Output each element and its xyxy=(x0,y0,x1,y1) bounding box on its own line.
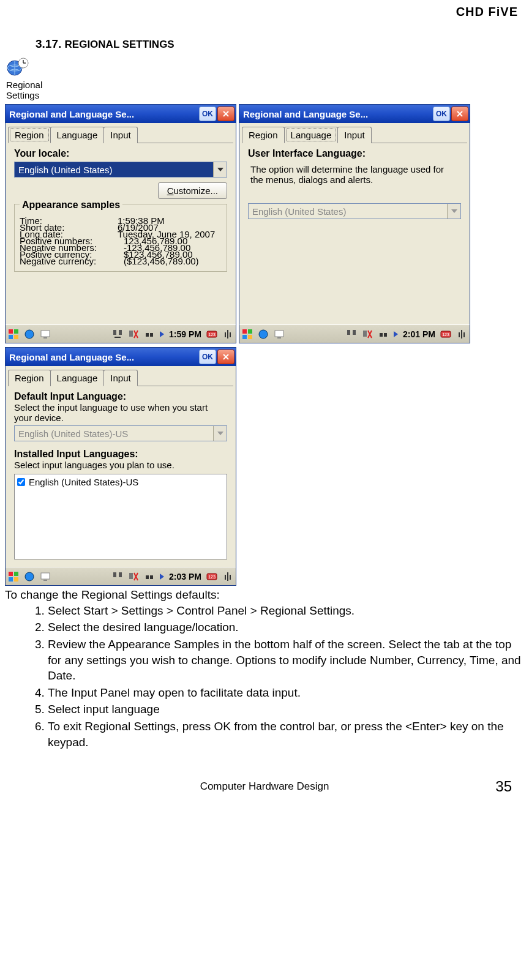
language-item-label: English (United States)-US xyxy=(29,477,138,487)
chevron-down-icon xyxy=(213,426,227,441)
close-button[interactable] xyxy=(217,107,234,121)
window-input: Regional and Language Se... OK Region La… xyxy=(5,347,236,586)
instruction-item: Select the desired language/location. xyxy=(48,619,524,635)
svg-rect-38 xyxy=(113,572,116,577)
connection-icon[interactable] xyxy=(128,571,139,582)
installed-languages-label: Installed Input Languages: xyxy=(14,449,227,460)
instructions-intro: To change the Regional Settings defaults… xyxy=(5,587,524,603)
chevron-down-icon[interactable] xyxy=(213,162,227,177)
network-icon[interactable] xyxy=(24,329,35,340)
start-icon[interactable] xyxy=(242,329,253,340)
sync-icon[interactable] xyxy=(112,329,123,340)
instructions: To change the Regional Settings defaults… xyxy=(5,587,524,750)
svg-text:123: 123 xyxy=(208,332,216,337)
section-number: 3.17. xyxy=(36,37,61,50)
tab-region[interactable]: Region xyxy=(242,127,285,143)
window-title: Regional and Language Se... xyxy=(9,109,198,119)
keyboard-icon[interactable]: 123 xyxy=(206,571,217,582)
chevron-down-icon xyxy=(447,204,460,219)
taskbar-time: 2:01 PM xyxy=(403,329,435,339)
signal-icon[interactable] xyxy=(222,571,233,582)
svg-rect-37 xyxy=(43,580,47,581)
svg-rect-13 xyxy=(146,333,149,337)
instruction-item: Review the Appearance Samples in the bot… xyxy=(48,637,524,684)
close-button[interactable] xyxy=(451,107,468,121)
close-button[interactable] xyxy=(217,350,234,364)
connection-icon[interactable] xyxy=(128,329,139,340)
svg-rect-41 xyxy=(146,575,149,579)
start-icon[interactable] xyxy=(8,571,19,582)
svg-rect-18 xyxy=(248,329,252,334)
installed-languages-list[interactable]: English (United States)-US xyxy=(14,474,227,559)
window-body: Default Input Language: Select the input… xyxy=(8,386,233,564)
tab-input[interactable]: Input xyxy=(103,370,137,386)
list-item[interactable]: English (United States)-US xyxy=(17,477,224,487)
tab-language[interactable]: Language xyxy=(284,127,339,143)
tab-region[interactable]: Region xyxy=(8,127,51,143)
svg-rect-3 xyxy=(9,329,13,334)
desktop-icon[interactable] xyxy=(40,571,51,582)
desktop-icon[interactable] xyxy=(274,329,285,340)
keyboard-icon[interactable]: 123 xyxy=(206,329,217,340)
page-number: 35 xyxy=(495,778,512,795)
volume-icon[interactable] xyxy=(144,571,155,582)
svg-text:123: 123 xyxy=(208,575,216,579)
svg-rect-23 xyxy=(277,337,281,339)
locale-combo[interactable] xyxy=(14,162,227,178)
svg-rect-31 xyxy=(9,572,13,576)
svg-point-21 xyxy=(259,330,268,339)
language-checkbox[interactable] xyxy=(17,478,25,486)
ok-button[interactable]: OK xyxy=(199,107,216,121)
signal-icon[interactable] xyxy=(456,329,467,340)
signal-icon[interactable] xyxy=(222,329,233,340)
tray-arrow-icon[interactable] xyxy=(160,574,164,580)
start-icon[interactable] xyxy=(8,329,19,340)
tab-language[interactable]: Language xyxy=(50,370,105,386)
sync-icon[interactable] xyxy=(346,329,357,340)
ui-language-combo xyxy=(248,203,461,219)
customize-button[interactable]: CCustomize...ustomize... xyxy=(158,182,227,199)
titlebar[interactable]: Regional and Language Se... OK xyxy=(239,105,470,123)
titlebar[interactable]: Regional and Language Se... OK xyxy=(6,105,236,123)
svg-rect-33 xyxy=(9,577,13,582)
default-input-value xyxy=(15,426,213,441)
tab-input[interactable]: Input xyxy=(337,127,371,143)
connection-icon[interactable] xyxy=(362,329,373,340)
locale-value[interactable] xyxy=(15,162,213,177)
sample-value: ($123,456,789.00) xyxy=(124,256,199,266)
taskbar: 2:01 PM 123 xyxy=(239,324,470,343)
window-body: User Interface Language: The option will… xyxy=(242,143,467,322)
globe-clock-icon xyxy=(6,57,29,77)
tray-arrow-icon[interactable] xyxy=(394,331,398,337)
tab-input[interactable]: Input xyxy=(103,127,137,143)
tray-arrow-icon[interactable] xyxy=(160,331,164,337)
svg-rect-34 xyxy=(14,577,18,582)
locale-label: Your locale: xyxy=(14,148,227,159)
ok-button[interactable]: OK xyxy=(433,107,450,121)
sync-icon[interactable] xyxy=(112,571,123,582)
keyboard-icon[interactable]: 123 xyxy=(440,329,451,340)
instruction-item: The Input Panel may open to facilitate d… xyxy=(48,685,524,701)
instruction-item: To exit Regional Settings, press OK from… xyxy=(48,719,524,750)
svg-rect-28 xyxy=(384,333,387,337)
volume-icon[interactable] xyxy=(378,329,389,340)
brand-header: CHD FiVE xyxy=(5,5,524,19)
default-input-text: Select the input language to use when yo… xyxy=(14,402,227,423)
svg-rect-32 xyxy=(14,572,18,576)
tab-region[interactable]: Region xyxy=(8,370,51,386)
network-icon[interactable] xyxy=(258,329,269,340)
svg-rect-12 xyxy=(129,331,133,337)
ui-language-label: User Interface Language: xyxy=(248,148,461,159)
svg-rect-24 xyxy=(347,330,350,335)
taskbar: 2:03 PM 123 xyxy=(6,567,236,585)
ok-button[interactable]: OK xyxy=(199,350,216,364)
titlebar[interactable]: Regional and Language Se... OK xyxy=(6,348,236,366)
tab-row: Region Language Input xyxy=(6,123,236,143)
icon-label: Regional Settings xyxy=(6,80,524,100)
tab-language[interactable]: Language xyxy=(50,127,105,143)
volume-icon[interactable] xyxy=(144,329,155,340)
network-icon[interactable] xyxy=(24,571,35,582)
desktop-icon[interactable] xyxy=(40,329,51,340)
svg-rect-5 xyxy=(9,335,13,339)
svg-rect-26 xyxy=(363,331,367,337)
